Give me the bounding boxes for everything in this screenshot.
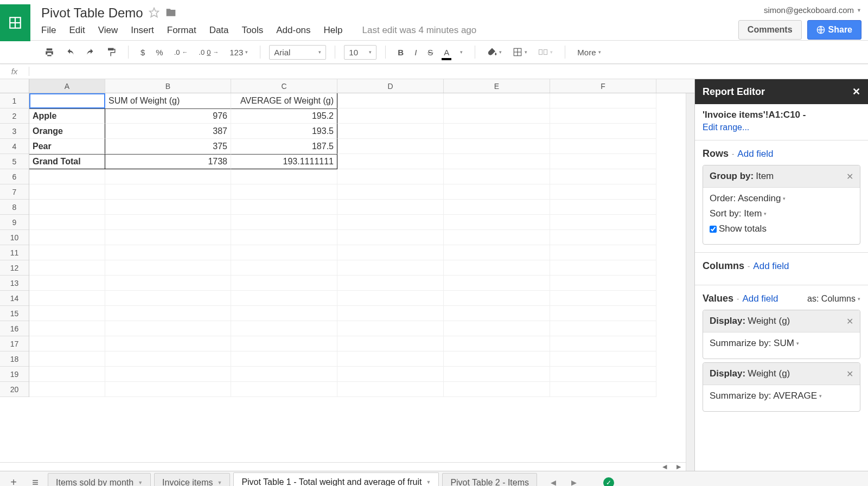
sheet-tab-3[interactable]: Pivot Table 1 - Total weight and average… [233,472,439,486]
cell[interactable] [550,169,656,184]
row-header-20[interactable]: 20 [0,382,29,397]
cell[interactable] [29,276,105,291]
print-icon[interactable] [41,45,58,59]
cell[interactable] [337,336,444,351]
cell[interactable] [29,200,105,215]
cell[interactable] [444,139,550,154]
cell[interactable] [231,276,337,291]
rows-add-field[interactable]: Add field [737,149,773,159]
cell[interactable] [231,382,337,397]
row-header-8[interactable]: 8 [0,200,29,215]
cell[interactable] [105,276,231,291]
cell[interactable] [444,306,550,321]
cell[interactable] [550,154,656,169]
cell[interactable] [29,215,105,230]
sheet-tab-4[interactable]: Pivot Table 2 - Items [442,473,537,487]
cell[interactable] [29,184,105,200]
vertical-scrollbar[interactable] [686,93,694,471]
comments-button[interactable]: Comments [738,20,802,40]
row-header-4[interactable]: 4 [0,139,29,154]
cell-A3[interactable]: Orange [29,124,105,139]
document-title[interactable]: Pivot Table Demo [41,5,143,21]
cell[interactable] [337,260,444,276]
cell[interactable] [444,108,550,124]
sheets-logo[interactable] [0,4,30,41]
menu-help[interactable]: Help [324,25,343,36]
cell[interactable] [444,215,550,230]
close-icon[interactable]: ✕ [852,86,860,98]
cell[interactable] [550,336,656,351]
cell[interactable] [29,169,105,184]
cell[interactable] [337,245,444,260]
cell-A1[interactable] [29,93,105,108]
cell[interactable] [550,215,656,230]
cell[interactable] [231,321,337,336]
cell[interactable] [337,351,444,367]
cell[interactable] [231,169,337,184]
text-color-button[interactable]: A [441,46,452,59]
cell[interactable] [550,93,656,108]
cell-C2[interactable]: 195.2 [231,108,337,124]
menu-file[interactable]: File [41,25,56,36]
menu-data[interactable]: Data [209,25,229,36]
cell[interactable] [444,367,550,382]
cell[interactable] [550,108,656,124]
row-header-14[interactable]: 14 [0,291,29,306]
cell[interactable] [29,291,105,306]
font-select[interactable]: Arial▾ [269,45,326,60]
cell[interactable] [337,200,444,215]
currency-button[interactable]: $ [137,46,148,59]
cell-B3[interactable]: 387 [105,124,231,139]
col-header-A[interactable]: A [29,79,105,93]
cell[interactable] [337,367,444,382]
cell[interactable] [550,260,656,276]
all-sheets-button[interactable]: ≡ [26,475,44,487]
remove-value-icon[interactable]: ✕ [846,369,853,379]
cell[interactable] [550,230,656,245]
cell-C3[interactable]: 193.5 [231,124,337,139]
formula-input[interactable] [29,67,868,76]
row-header-6[interactable]: 6 [0,169,29,184]
increase-decimal-button[interactable]: .00→ [195,46,222,59]
row-header-15[interactable]: 15 [0,306,29,321]
col-header-D[interactable]: D [337,79,444,93]
row-header-3[interactable]: 3 [0,124,29,139]
cell[interactable] [337,230,444,245]
cell[interactable] [550,306,656,321]
cell[interactable] [231,230,337,245]
row-header-13[interactable]: 13 [0,276,29,291]
cell[interactable] [105,169,231,184]
show-totals-input[interactable] [710,226,717,233]
chevron-down-icon[interactable]: ▼ [217,480,222,485]
decrease-decimal-button[interactable]: .0← [171,46,192,59]
sheet-tab-1[interactable]: Items sold by month▼ [48,473,151,487]
remove-value-icon[interactable]: ✕ [846,316,853,327]
cell-C4[interactable]: 187.5 [231,139,337,154]
cell[interactable] [105,367,231,382]
select-all-corner[interactable] [0,79,29,93]
cell[interactable] [231,367,337,382]
cell-A2[interactable]: Apple [29,108,105,124]
cell[interactable] [550,200,656,215]
cell[interactable] [337,291,444,306]
row-header-1[interactable]: 1 [0,93,29,108]
cell[interactable] [231,245,337,260]
cell[interactable] [550,139,656,154]
row-header-2[interactable]: 2 [0,108,29,124]
summarize-select-1[interactable]: Summarize by: SUM▾ [710,338,853,349]
percent-button[interactable]: % [152,46,166,59]
summarize-select-2[interactable]: Summarize by: AVERAGE▾ [710,391,853,401]
cell[interactable] [550,245,656,260]
cell[interactable] [550,124,656,139]
cell[interactable] [29,351,105,367]
horizontal-scroll[interactable]: ◀ ▶ [0,462,686,471]
row-header-12[interactable]: 12 [0,260,29,276]
cell[interactable] [231,306,337,321]
cell[interactable] [231,260,337,276]
cell-C5[interactable]: 193.1111111 [231,154,337,169]
menu-insert[interactable]: Insert [131,25,154,36]
row-header-9[interactable]: 9 [0,215,29,230]
borders-button[interactable]: ▾ [509,45,531,59]
share-button[interactable]: Share [807,20,861,40]
cell[interactable] [444,291,550,306]
